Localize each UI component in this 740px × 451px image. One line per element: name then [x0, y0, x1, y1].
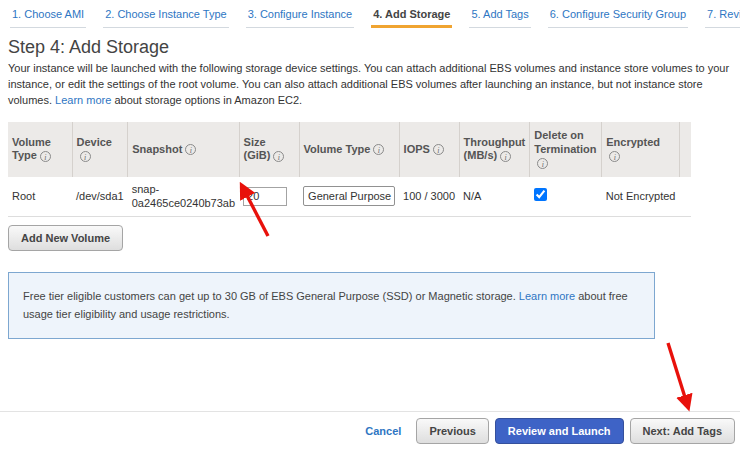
col-header-delete-on-termination: Delete on Terminationi	[530, 122, 602, 177]
row-spacer-cell	[679, 177, 691, 216]
iops-cell: 100 / 3000	[399, 177, 459, 216]
volume-type-select-cell: General Purpose S∨	[299, 177, 399, 216]
device-cell: /dev/sda1	[72, 177, 128, 216]
info-icon[interactable]: i	[537, 158, 548, 169]
add-storage-page: 1. Choose AMI 2. Choose Instance Type 3.…	[0, 0, 740, 451]
col-header-throughput: Throughput (MB/s)i	[459, 122, 530, 177]
col-header-volume-type-2: Volume Typei	[299, 122, 399, 177]
step-description-tail: about storage options in Amazon EC2.	[111, 94, 302, 106]
encrypted-cell: Not Encrypted	[602, 177, 680, 216]
info-icon[interactable]: i	[609, 151, 620, 162]
col-header-spacer	[679, 122, 691, 177]
free-tier-learn-more-link[interactable]: Learn more	[519, 290, 575, 302]
size-input[interactable]	[243, 187, 287, 206]
next-add-tags-button[interactable]: Next: Add Tags	[630, 418, 735, 444]
tab-review[interactable]: 7. Review	[705, 8, 740, 28]
volume-row: Root /dev/sda1 snap-0a2465ce0240b73ab Ge…	[8, 177, 691, 216]
col-header-volume-type: Volume Typei	[8, 122, 72, 177]
free-tier-text: Free tier eligible customers can get up …	[23, 290, 519, 302]
col-header-encrypted: Encryptedi	[602, 122, 680, 177]
tab-configure-security-group[interactable]: 6. Configure Security Group	[548, 8, 688, 28]
col-header-device: Devicei	[72, 122, 128, 177]
delete-on-termination-cell	[530, 177, 602, 216]
tab-choose-instance-type[interactable]: 2. Choose Instance Type	[103, 8, 229, 28]
table-header-row: Volume Typei Devicei Snapshoti Size (GiB…	[8, 122, 691, 177]
cancel-link[interactable]: Cancel	[365, 425, 401, 437]
tab-add-storage[interactable]: 4. Add Storage	[371, 8, 452, 28]
page-title: Step 4: Add Storage	[8, 37, 740, 58]
delete-on-termination-checkbox[interactable]	[534, 188, 547, 201]
col-header-snapshot: Snapshoti	[128, 122, 239, 177]
add-new-volume-button[interactable]: Add New Volume	[8, 225, 123, 251]
info-icon[interactable]: i	[185, 144, 196, 155]
tab-choose-ami[interactable]: 1. Choose AMI	[10, 8, 86, 28]
volume-type-select[interactable]: General Purpose S∨	[303, 186, 395, 206]
learn-more-link[interactable]: Learn more	[55, 94, 111, 106]
info-icon[interactable]: i	[373, 144, 384, 155]
size-cell	[239, 177, 299, 216]
info-icon[interactable]: i	[500, 151, 511, 162]
throughput-cell: N/A	[459, 177, 530, 216]
previous-button[interactable]: Previous	[416, 418, 488, 444]
tab-add-tags[interactable]: 5. Add Tags	[469, 8, 530, 28]
storage-table: Volume Typei Devicei Snapshoti Size (GiB…	[8, 122, 691, 217]
snapshot-cell: snap-0a2465ce0240b73ab	[128, 177, 239, 216]
col-header-size: Size (GiB)i	[239, 122, 299, 177]
wizard-step-tabs: 1. Choose AMI 2. Choose Instance Type 3.…	[0, 0, 740, 28]
info-icon[interactable]: i	[433, 144, 444, 155]
info-icon[interactable]: i	[273, 151, 284, 162]
info-icon[interactable]: i	[80, 151, 91, 162]
step-description: Your instance will be launched with the …	[8, 61, 732, 109]
col-header-iops: IOPSi	[399, 122, 459, 177]
info-icon[interactable]: i	[40, 151, 51, 162]
free-tier-info-box: Free tier eligible customers can get up …	[8, 272, 655, 339]
volume-type-selected-value: General Purpose S	[308, 189, 395, 203]
annotation-arrow-next	[668, 343, 688, 407]
tab-configure-instance[interactable]: 3. Configure Instance	[246, 8, 355, 28]
review-and-launch-button[interactable]: Review and Launch	[495, 418, 624, 444]
footer-action-bar: Cancel Previous Review and Launch Next: …	[0, 411, 740, 444]
volume-type-cell: Root	[8, 177, 72, 216]
